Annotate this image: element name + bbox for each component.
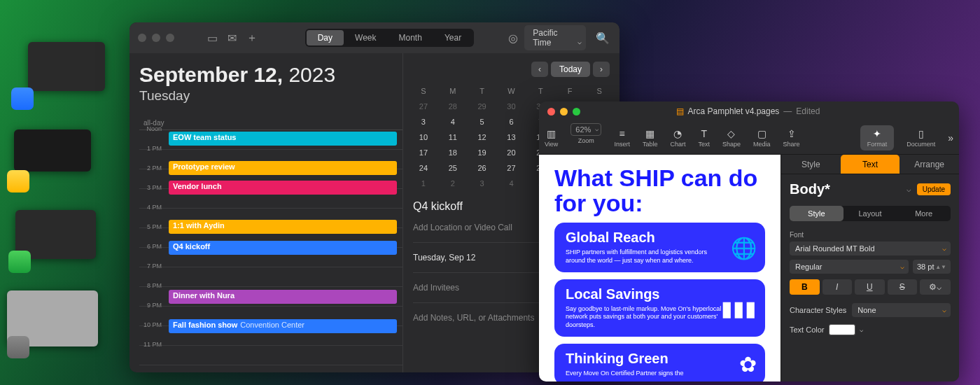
mini-calendar-day[interactable]: 10 — [413, 133, 434, 141]
font-section-label: Font — [790, 231, 951, 239]
underline-button[interactable]: U — [855, 279, 885, 295]
font-weight-select[interactable]: Regular — [790, 260, 909, 274]
media-button[interactable]: ▢Media — [753, 128, 771, 148]
pamphlet-card[interactable]: Global ReachSHIP partners with fulfillme… — [554, 223, 765, 272]
add-event-button[interactable]: ＋ — [244, 29, 260, 46]
pamphlet-card[interactable]: Thinking GreenEvery Move On Certified Pa… — [554, 344, 765, 382]
zoom-button[interactable] — [573, 108, 580, 115]
zoom-select[interactable]: 62%Zoom — [570, 132, 601, 144]
mini-calendar-day[interactable]: 11 — [442, 133, 463, 141]
mini-calendar-day[interactable]: 28 — [442, 102, 463, 111]
mini-calendar-day[interactable]: 3 — [413, 118, 434, 126]
keynote-app-icon[interactable] — [11, 88, 34, 110]
arrange-tab[interactable]: Arrange — [899, 155, 959, 174]
chevron-down-icon[interactable]: ⌵ — [906, 185, 911, 194]
more-button[interactable]: » — [948, 132, 953, 144]
share-button[interactable]: ⇪Share — [783, 128, 800, 148]
paragraph-style-select[interactable]: Body* — [790, 181, 901, 197]
calendar-event[interactable]: Prototype review — [169, 161, 397, 175]
day-view-tab[interactable]: Day — [307, 30, 344, 46]
mini-calendar-day[interactable]: 20 — [501, 148, 522, 157]
calendar-event[interactable]: Q4 kickoff — [169, 241, 397, 255]
mini-calendar-day[interactable]: 17 — [413, 148, 434, 157]
text-tab[interactable]: Text — [841, 155, 900, 174]
mini-calendar-day[interactable]: 4 — [442, 118, 463, 126]
close-button[interactable] — [547, 108, 555, 115]
view-button[interactable]: ▥View — [545, 128, 558, 148]
mini-calendar-day[interactable]: 24 — [413, 164, 434, 172]
mini-calendar-day[interactable]: 1 — [413, 179, 434, 188]
calendar-event[interactable]: Vendor lunch — [169, 181, 397, 195]
mini-calendar-day[interactable]: 30 — [501, 102, 522, 111]
more-subtab[interactable]: More — [897, 206, 951, 221]
chevron-down-icon[interactable]: ⌵ — [860, 326, 863, 333]
next-day-button[interactable]: › — [593, 62, 610, 77]
chart-icon: ◔ — [673, 128, 682, 139]
format-icon: ✦ — [873, 128, 881, 139]
bold-button[interactable]: B — [790, 279, 820, 295]
mini-calendar-day[interactable]: 13 — [501, 133, 522, 141]
mini-calendar-day[interactable]: 5 — [472, 118, 493, 126]
timezone-select[interactable]: Pacific Time — [524, 25, 586, 50]
window-thumbnail[interactable] — [14, 130, 91, 172]
mini-calendar-day[interactable]: 12 — [472, 133, 493, 141]
year-view-tab[interactable]: Year — [433, 30, 472, 46]
availability-button[interactable]: ◎ — [505, 29, 522, 46]
window-thumbnail[interactable] — [28, 42, 105, 91]
date-heading: September 12, 2023 — [139, 63, 402, 87]
pamphlet-card[interactable]: Local SavingsSay goodbye to last-mile ma… — [554, 279, 765, 337]
search-button[interactable]: 🔍 — [594, 29, 611, 46]
mini-calendar-day[interactable]: 4 — [501, 179, 522, 188]
day-timeline[interactable]: Noon1 PM2 PM3 PM4 PM5 PM6 PM7 PM8 PM9 PM… — [139, 130, 402, 365]
text-color-well[interactable] — [829, 324, 855, 335]
document-title[interactable]: ▤ Arca Pamphlet v4.pages — Edited — [676, 106, 820, 116]
mini-calendar-day[interactable]: 27 — [413, 102, 434, 111]
prev-day-button[interactable]: ‹ — [531, 62, 548, 77]
calendar-event[interactable]: 1:1 with Aydin — [169, 220, 397, 234]
allday-row[interactable]: all-day — [139, 116, 402, 130]
document-heading[interactable]: What SHIP can do for you: — [554, 166, 765, 216]
style-tab[interactable]: Style — [781, 155, 841, 174]
document-canvas[interactable]: What SHIP can do for you: Global ReachSH… — [539, 155, 780, 382]
inbox-button[interactable]: ✉ — [224, 29, 241, 46]
mini-calendar-day[interactable]: 2 — [442, 179, 463, 188]
mini-calendar-day[interactable]: 25 — [442, 164, 463, 172]
text-button[interactable]: TText — [698, 128, 710, 148]
window-controls[interactable] — [547, 108, 580, 115]
document-button[interactable]: ▯Document — [906, 128, 935, 148]
calendar-event[interactable]: Dinner with Nura — [169, 290, 397, 304]
font-family-select[interactable]: Arial Rounded MT Bold — [790, 241, 951, 255]
mini-calendar-day[interactable]: 29 — [472, 102, 493, 111]
preview-app-icon[interactable] — [7, 336, 29, 358]
mini-calendar-day[interactable]: 3 — [472, 179, 493, 188]
calendar-event[interactable]: Fall fashion showConvention Center — [169, 319, 397, 333]
font-size-stepper[interactable]: 38 pt▲▼ — [913, 260, 951, 274]
update-style-button[interactable]: Update — [917, 183, 951, 195]
week-view-tab[interactable]: Week — [344, 30, 387, 46]
chart-button[interactable]: ◔Chart — [670, 128, 685, 148]
today-button[interactable]: Today — [551, 62, 590, 77]
notes-app-icon[interactable] — [7, 170, 29, 192]
calendar-event[interactable]: EOW team status — [169, 132, 397, 146]
advanced-font-button[interactable]: ⚙︎⌵ — [920, 279, 951, 295]
minimize-button[interactable] — [560, 108, 568, 115]
mini-calendar-day[interactable]: 6 — [501, 118, 522, 126]
layout-subtab[interactable]: Layout — [844, 206, 897, 221]
strikethrough-button[interactable]: S — [888, 279, 918, 295]
style-subtab[interactable]: Style — [790, 206, 844, 221]
insert-button[interactable]: ≡Insert — [614, 128, 630, 148]
table-button[interactable]: ▦Table — [643, 128, 658, 148]
italic-button[interactable]: I — [822, 279, 853, 295]
numbers-app-icon[interactable] — [8, 251, 31, 273]
mini-calendar-day[interactable]: 18 — [442, 148, 463, 157]
character-style-select[interactable]: None — [852, 303, 951, 317]
calendars-button[interactable]: ▭ — [204, 29, 220, 46]
mini-calendar-day[interactable]: 27 — [501, 164, 522, 172]
format-button[interactable]: ✦Format — [860, 125, 895, 150]
mini-calendar-day[interactable]: 26 — [472, 164, 493, 172]
window-controls[interactable] — [138, 34, 174, 42]
month-view-tab[interactable]: Month — [388, 30, 433, 46]
mini-calendar-day[interactable]: 19 — [472, 148, 493, 157]
time-label: 4 PM — [138, 204, 162, 211]
shape-button[interactable]: ◇Shape — [722, 128, 741, 148]
